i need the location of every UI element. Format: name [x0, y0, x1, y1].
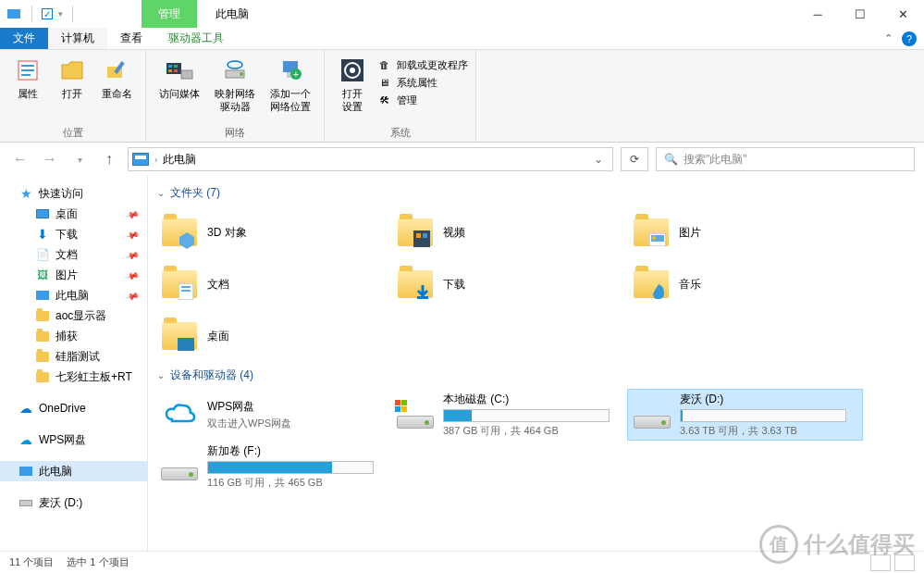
nav-item-label: 此电脑 [55, 288, 89, 304]
nav-thispc[interactable]: 此电脑 [0, 461, 147, 481]
nav-item-label: 硅脂测试 [55, 349, 100, 365]
svg-rect-1 [21, 65, 34, 67]
access-media-button[interactable]: 访问媒体 [154, 54, 205, 102]
folder-item[interactable]: 下载 [391, 258, 627, 310]
search-box[interactable]: 🔍 搜索"此电脑" [656, 147, 915, 171]
svg-point-33 [654, 293, 659, 299]
svg-point-13 [240, 72, 243, 76]
svg-point-21 [350, 68, 355, 73]
nav-onedrive[interactable]: ☁ OneDrive [0, 398, 147, 418]
device-item[interactable]: 麦沃 (D:)3.63 TB 可用，共 3.63 TB [627, 389, 863, 441]
address-path: 此电脑 [163, 152, 196, 168]
folder-item[interactable]: 文档 [155, 258, 391, 310]
pc-icon [18, 464, 33, 479]
add-network-icon: + [276, 56, 305, 85]
uninstall-label: 卸载或更改程序 [397, 58, 468, 72]
svg-text:+: + [293, 69, 299, 80]
tab-drive-tools[interactable]: 驱动器工具 [155, 28, 237, 49]
sysprops-button[interactable]: 🖥系统属性 [376, 75, 468, 90]
device-icon [159, 396, 200, 433]
nav-item[interactable]: 硅脂测试 [0, 346, 147, 367]
svg-marker-22 [179, 232, 194, 249]
section-folders-header[interactable]: ⌄ 文件夹 (7) [155, 180, 917, 206]
qat-separator [72, 6, 73, 22]
group-label-system: 系统 [332, 124, 468, 140]
context-tab-manage[interactable]: 管理 [142, 0, 197, 28]
nav-item-label: 七彩虹主板+RT [55, 369, 132, 385]
device-icon [159, 448, 200, 485]
star-icon: ★ [18, 186, 33, 201]
nav-item[interactable]: 🖼图片📌 [0, 265, 147, 285]
folder-item[interactable]: 音乐 [627, 258, 863, 310]
tab-file[interactable]: 文件 [0, 28, 48, 49]
maximize-button[interactable]: ☐ [839, 0, 881, 28]
folder-item[interactable]: 3D 对象 [155, 206, 391, 258]
address-bar[interactable]: › 此电脑 ⌄ [128, 147, 613, 171]
collapse-ribbon-icon[interactable]: ⌃ [884, 32, 893, 44]
tab-view[interactable]: 查看 [107, 28, 155, 49]
add-network-button[interactable]: + 添加一个 网络位置 [265, 54, 316, 115]
device-item[interactable]: 本地磁盘 (C:)387 GB 可用，共 464 GB [391, 389, 627, 441]
nav-item[interactable]: 📄文档📌 [0, 244, 147, 265]
svg-rect-8 [174, 65, 178, 68]
folders-grid: 3D 对象视频图片文档下载音乐桌面 [155, 206, 917, 362]
status-bar: 11 个项目 选中 1 个项目 [0, 551, 924, 573]
nav-drive-d[interactable]: 麦沃 (D:) [0, 492, 147, 513]
map-drive-button[interactable]: 映射网络 驱动器 [209, 54, 261, 115]
pc-icon [6, 6, 22, 22]
view-details-button[interactable] [870, 554, 891, 571]
view-large-button[interactable] [894, 554, 915, 571]
open-icon [57, 56, 87, 85]
properties-button[interactable]: 属性 [7, 54, 48, 102]
device-item[interactable]: 新加卷 (F:)116 GB 可用，共 465 GB [155, 441, 391, 492]
open-settings-button[interactable]: 打开 设置 [332, 54, 373, 115]
nav-item[interactable]: 此电脑📌 [0, 285, 147, 305]
folder-item[interactable]: 图片 [627, 206, 863, 258]
chevron-down-icon: ⌄ [157, 188, 165, 198]
open-button[interactable]: 打开 [52, 54, 92, 102]
forward-button[interactable]: → [39, 148, 61, 170]
nav-item[interactable]: 桌面📌 [0, 204, 147, 224]
device-item[interactable]: WPS网盘双击进入WPS网盘 [155, 389, 391, 441]
help-icon[interactable]: ? [902, 31, 917, 46]
folder-name: 3D 对象 [207, 225, 388, 241]
refresh-button[interactable]: ⟳ [621, 147, 648, 171]
svg-rect-6 [166, 63, 181, 74]
folder-item[interactable]: 桌面 [155, 310, 391, 362]
body: ★ 快速访问 桌面📌⬇下载📌📄文档📌🖼图片📌此电脑📌aoc显示器捕获硅脂测试七彩… [0, 176, 924, 551]
group-label-location: 位置 [7, 124, 138, 140]
address-dropdown-icon[interactable]: ⌄ [588, 153, 609, 166]
qat-dropdown-icon[interactable]: ▾ [58, 9, 63, 19]
manage-button[interactable]: 🛠管理 [376, 93, 468, 107]
rename-button[interactable]: 重命名 [96, 54, 138, 102]
svg-rect-31 [181, 290, 191, 292]
nav-item[interactable]: 捕获 [0, 326, 147, 346]
add-network-label: 添加一个 网络位置 [270, 87, 311, 113]
pin-icon: 📌 [125, 206, 140, 221]
nav-item-label: aoc显示器 [55, 308, 106, 324]
open-label: 打开 [62, 87, 82, 100]
nav-item[interactable]: ⬇下载📌 [0, 224, 147, 244]
folder-icon [159, 266, 200, 303]
nav-wps[interactable]: ☁ WPS网盘 [0, 430, 147, 450]
uninstall-button[interactable]: 🗑卸载或更改程序 [376, 57, 468, 72]
nav-thispc-label: 此电脑 [39, 464, 72, 480]
section-devices-header[interactable]: ⌄ 设备和驱动器 (4) [155, 362, 917, 389]
folder-item[interactable]: 视频 [391, 206, 627, 258]
nav-item[interactable]: 七彩虹主板+RT [0, 367, 147, 387]
tab-computer[interactable]: 计算机 [48, 28, 107, 49]
history-dropdown[interactable]: ▾ [68, 148, 91, 170]
pc-icon [35, 288, 50, 303]
nav-item[interactable]: aoc显示器 [0, 305, 147, 326]
up-button[interactable]: ↑ [98, 148, 120, 170]
nav-quick-access[interactable]: ★ 快速访问 [0, 183, 147, 204]
close-button[interactable]: ✕ [881, 0, 924, 28]
svg-point-28 [652, 236, 656, 240]
back-button[interactable]: ← [9, 148, 31, 170]
svg-rect-34 [178, 338, 194, 351]
svg-rect-10 [174, 69, 178, 72]
device-name: 麦沃 (D:) [680, 392, 858, 407]
minimize-button[interactable]: ─ [796, 0, 839, 28]
folder-icon [35, 349, 50, 364]
qat-properties-icon[interactable]: ✓ [42, 8, 53, 19]
